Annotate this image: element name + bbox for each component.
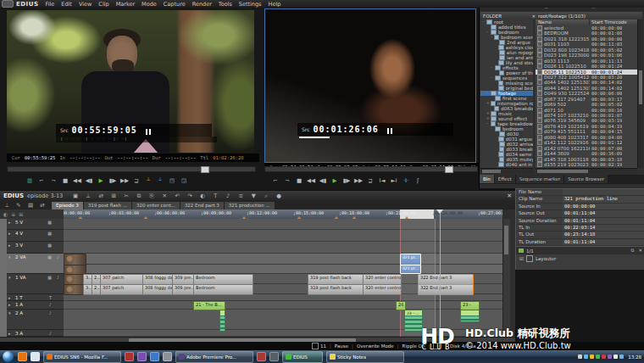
- draw-icon[interactable]: ✎: [14, 200, 23, 210]
- player-video[interactable]: Src 00:55:59:05 | · · · ·| · · · · |· ·|: [7, 10, 254, 153]
- sequence-tab-322-end-part-3[interactable]: 322 End part 3: [180, 202, 225, 209]
- tray-icon-2[interactable]: [590, 355, 594, 359]
- taskbar-button-firefox[interactable]: EDIUS SN6 - Mozilla F...: [43, 351, 121, 363]
- bin-tab-sequence-marker[interactable]: Sequence marker: [516, 175, 565, 183]
- frame-back-icon[interactable]: ◀▮: [319, 176, 327, 186]
- settings-icon[interactable]: ●: [275, 191, 283, 201]
- insert-mode-icon[interactable]: ⊞: [109, 191, 118, 201]
- set-out-icon[interactable]: ¬: [49, 176, 58, 186]
- recorder-seek-thumb[interactable]: [445, 166, 453, 173]
- app-icon-3[interactable]: [150, 352, 159, 361]
- play-icon[interactable]: ▶: [330, 176, 339, 186]
- tray-icon-6[interactable]: [613, 355, 618, 359]
- taskbar-button-premiere[interactable]: Adobe Premiere Pro...: [175, 351, 253, 363]
- track-audio-icon[interactable]: ♪: [57, 254, 59, 260]
- mixer-icon[interactable]: ≡: [236, 191, 245, 201]
- menu-item-file[interactable]: File: [45, 1, 54, 8]
- zoom-icon[interactable]: ⌕: [262, 191, 270, 201]
- menu-item-render[interactable]: Render: [192, 1, 212, 8]
- undo-icon[interactable]: ↶: [173, 191, 181, 201]
- track-header-3v[interactable]: ▸3 V▦: [7, 242, 64, 254]
- track-header-2a[interactable]: ▾2 A♪: [7, 310, 64, 330]
- ripple-icon[interactable]: ⇄: [97, 191, 105, 201]
- tray-icon-7[interactable]: [619, 355, 624, 359]
- trim-in-icon[interactable]: I◄: [378, 176, 386, 186]
- track-header-5v[interactable]: ▸5 V▦: [7, 219, 64, 230]
- clip-307-patch[interactable]: 307 patch: [100, 284, 146, 295]
- close-icon[interactable]: ✕: [507, 193, 512, 199]
- asset-row[interactable]: d155 219 102302300:00:02:19: [536, 162, 637, 167]
- track-header-1a[interactable]: ▸1 A♪: [7, 301, 64, 310]
- menu-item-capture[interactable]: Capture: [164, 1, 186, 8]
- menu-item-help[interactable]: Help: [269, 1, 281, 8]
- recorder-seekbar[interactable]: [264, 166, 478, 172]
- send-up-icon[interactable]: ⊥: [3, 200, 11, 210]
- frame-forward-icon[interactable]: ▮▶: [108, 176, 117, 186]
- set-in-icon[interactable]: ⌐: [37, 176, 46, 186]
- detach-icon[interactable]: ⧉: [630, 248, 634, 254]
- tray-icon-5[interactable]: [608, 355, 612, 359]
- track-source-icon[interactable]: ▦: [47, 243, 52, 248]
- paste-icon[interactable]: ⎘: [147, 191, 156, 201]
- rewind-icon[interactable]: ◀◀: [73, 176, 81, 186]
- set-out-icon[interactable]: ¬: [283, 176, 291, 186]
- marker-icon[interactable]: ▼: [249, 191, 258, 201]
- asset-hscrollbar[interactable]: [536, 168, 637, 174]
- redo-icon[interactable]: ↷: [186, 191, 194, 201]
- track-lane[interactable]: [64, 254, 502, 265]
- match-frame-icon[interactable]: ◐: [198, 191, 207, 201]
- track-expander-icon[interactable]: ▸: [8, 295, 11, 300]
- clip-bedroom[interactable]: Bedroom: [193, 284, 253, 295]
- track-lane[interactable]: [64, 242, 502, 254]
- tray-icon-4[interactable]: [602, 355, 606, 359]
- asset-vscrollbar[interactable]: [637, 20, 643, 168]
- rewind-icon[interactable]: ◀◀: [307, 176, 315, 186]
- tray-icon-0[interactable]: [578, 355, 582, 359]
- app-icon-4[interactable]: [163, 352, 172, 361]
- sequence-tab-321-production-[interactable]: 321 production ...: [225, 202, 275, 209]
- menu-item-marker[interactable]: Marker: [116, 1, 135, 8]
- track-lane[interactable]: [64, 219, 502, 230]
- cut-icon[interactable]: ✂: [122, 191, 130, 201]
- player-seek-thumb[interactable]: [201, 166, 209, 173]
- track-source-icon[interactable]: ▦: [47, 254, 52, 260]
- track-header-3a[interactable]: ▸3 A♪: [7, 330, 64, 337]
- taskbar-button-edius[interactable]: EDIUS: [282, 351, 323, 363]
- bin-tab-bin[interactable]: Bin: [480, 175, 495, 183]
- explorer-icon[interactable]: [31, 352, 40, 361]
- app-icon-1[interactable]: [125, 352, 134, 361]
- fast-forward-icon[interactable]: ▶▶: [354, 176, 363, 186]
- clip-320-enter-control[interactable]: 320 enter control: [363, 284, 402, 295]
- sequence-tab-episode-3[interactable]: Episode 3: [52, 202, 84, 209]
- delete-icon[interactable]: ✕: [160, 191, 169, 201]
- track-source-icon[interactable]: ▦: [47, 275, 52, 280]
- column-name[interactable]: Name: [536, 20, 590, 25]
- sequence-tab-319-post-flash-[interactable]: 319 post flash ...: [84, 202, 132, 209]
- track-source-icon[interactable]: ♪: [49, 310, 52, 316]
- track-source-icon[interactable]: T: [49, 295, 52, 300]
- track-expander-icon[interactable]: ▾: [8, 310, 11, 316]
- menu-item-view[interactable]: View: [79, 1, 92, 8]
- menu-item-settings[interactable]: Settings: [239, 1, 262, 8]
- track-expander-icon[interactable]: ▸: [8, 243, 11, 248]
- play-icon[interactable]: ▶: [97, 176, 105, 186]
- checkbox-checked-icon[interactable]: ☑: [519, 256, 524, 261]
- stop-icon[interactable]: ■: [295, 176, 303, 186]
- clip-321-pr-[interactable]: 321 pr...: [400, 265, 421, 274]
- grid-icon[interactable]: ⊞: [19, 211, 23, 217]
- bin-tab-effect[interactable]: Effect: [495, 175, 516, 183]
- track-lane[interactable]: [64, 265, 502, 274]
- frame-back-icon[interactable]: ◀▮: [85, 176, 93, 186]
- send-in-icon[interactable]: ◳: [168, 176, 176, 186]
- taskbar-button-sticky[interactable]: Sticky Notes: [326, 351, 404, 363]
- folder-hscrollbar[interactable]: [480, 168, 533, 174]
- clip-308-foggy-dal-[interactable]: 308 foggy dal...: [142, 284, 175, 295]
- app-icon-6[interactable]: [269, 352, 279, 361]
- track-expander-icon[interactable]: ▸: [8, 220, 11, 225]
- tray-icon-1[interactable]: [584, 355, 588, 359]
- player-seekbar[interactable]: [7, 166, 256, 172]
- track-source-icon[interactable]: ▦: [47, 220, 52, 225]
- track-content[interactable]: 321 pr...321 pr...3...2...307 patch308 f…: [64, 219, 502, 337]
- menu-item-mode[interactable]: Mode: [142, 1, 157, 8]
- close-icon[interactable]: ✕: [638, 248, 642, 254]
